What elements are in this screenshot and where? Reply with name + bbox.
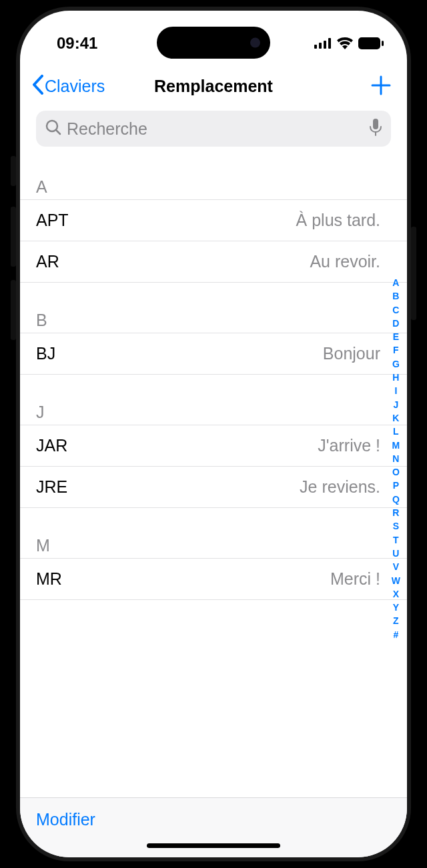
index-letter[interactable]: N bbox=[392, 452, 399, 465]
search-icon bbox=[45, 119, 61, 138]
index-letter[interactable]: M bbox=[392, 439, 400, 452]
wifi-icon bbox=[337, 37, 353, 49]
chevron-left-icon bbox=[32, 75, 44, 98]
index-letter[interactable]: U bbox=[392, 547, 399, 560]
home-indicator[interactable] bbox=[147, 843, 280, 848]
dynamic-island bbox=[157, 27, 270, 59]
svg-rect-2 bbox=[324, 41, 326, 49]
phrase-label: À plus tard. bbox=[296, 211, 380, 230]
list-item[interactable]: AR Au revoir. bbox=[20, 241, 407, 283]
list-item[interactable]: MR Merci ! bbox=[20, 559, 407, 600]
status-time: 09:41 bbox=[57, 34, 97, 53]
index-letter[interactable]: H bbox=[392, 371, 399, 384]
section-header-a: A bbox=[20, 177, 407, 200]
index-letter[interactable]: I bbox=[394, 384, 397, 397]
shortcut-label: AR bbox=[36, 252, 59, 271]
back-label: Claviers bbox=[45, 77, 105, 96]
back-button[interactable]: Claviers bbox=[32, 75, 105, 98]
shortcut-label: MR bbox=[36, 569, 62, 589]
content-list: A APT À plus tard. AR Au revoir. B BJ Bo… bbox=[20, 177, 407, 797]
shortcut-label: JRE bbox=[36, 477, 67, 497]
index-letter[interactable]: Z bbox=[393, 614, 399, 627]
index-letter[interactable]: J bbox=[393, 398, 398, 411]
svg-rect-8 bbox=[373, 119, 378, 129]
index-letter[interactable]: D bbox=[392, 317, 399, 330]
index-letter[interactable]: O bbox=[392, 465, 400, 479]
index-letter[interactable]: # bbox=[393, 628, 398, 641]
shortcut-label: JAR bbox=[36, 436, 67, 455]
plus-icon bbox=[371, 75, 391, 95]
svg-rect-4 bbox=[358, 37, 380, 49]
index-letter[interactable]: S bbox=[393, 519, 399, 533]
cellular-signal-icon bbox=[314, 38, 332, 49]
svg-rect-0 bbox=[314, 45, 317, 49]
list-item[interactable]: APT À plus tard. bbox=[20, 200, 407, 241]
section-header-j: J bbox=[20, 403, 407, 425]
svg-line-7 bbox=[56, 130, 60, 134]
list-item[interactable]: JAR J'arrive ! bbox=[20, 425, 407, 467]
index-letter[interactable]: V bbox=[393, 560, 399, 573]
shortcut-label: APT bbox=[36, 211, 69, 230]
index-letter[interactable]: A bbox=[392, 276, 399, 289]
index-letter[interactable]: C bbox=[392, 303, 399, 317]
index-letter[interactable]: Y bbox=[393, 601, 399, 614]
index-letter[interactable]: K bbox=[392, 411, 399, 425]
phrase-label: Bonjour bbox=[323, 344, 380, 363]
index-letter[interactable]: W bbox=[392, 574, 400, 587]
bottom-toolbar: Modifier bbox=[20, 797, 407, 857]
navigation-bar: Claviers Remplacement bbox=[20, 67, 407, 105]
add-button[interactable] bbox=[371, 73, 395, 99]
list-item[interactable]: BJ Bonjour bbox=[20, 333, 407, 375]
edit-button[interactable]: Modifier bbox=[36, 810, 95, 829]
index-letter[interactable]: G bbox=[392, 357, 400, 371]
shortcut-label: BJ bbox=[36, 344, 55, 363]
search-placeholder: Recherche bbox=[67, 119, 370, 139]
microphone-icon[interactable] bbox=[370, 119, 382, 139]
alphabet-index[interactable]: A B C D E F G H I J K L M N O P Q R S T bbox=[392, 276, 400, 641]
index-letter[interactable]: Q bbox=[392, 493, 400, 506]
section-header-m: M bbox=[20, 536, 407, 559]
phrase-label: Je reviens. bbox=[300, 477, 380, 497]
section-header-b: B bbox=[20, 311, 407, 333]
index-letter[interactable]: X bbox=[393, 587, 399, 601]
page-title: Remplacement bbox=[154, 77, 273, 96]
index-letter[interactable]: P bbox=[393, 479, 399, 492]
index-letter[interactable]: B bbox=[392, 289, 399, 303]
list-item[interactable]: JRE Je reviens. bbox=[20, 467, 407, 508]
index-letter[interactable]: T bbox=[393, 533, 399, 547]
index-letter[interactable]: R bbox=[392, 506, 399, 519]
index-letter[interactable]: E bbox=[393, 330, 399, 343]
svg-rect-3 bbox=[328, 38, 331, 49]
battery-icon bbox=[358, 37, 384, 49]
svg-rect-5 bbox=[382, 41, 384, 46]
phrase-label: Au revoir. bbox=[310, 252, 380, 271]
index-letter[interactable]: L bbox=[393, 425, 399, 438]
svg-rect-1 bbox=[319, 43, 322, 49]
search-input[interactable]: Recherche bbox=[36, 111, 391, 147]
phrase-label: J'arrive ! bbox=[318, 436, 380, 455]
phrase-label: Merci ! bbox=[330, 569, 380, 589]
index-letter[interactable]: F bbox=[393, 343, 399, 357]
